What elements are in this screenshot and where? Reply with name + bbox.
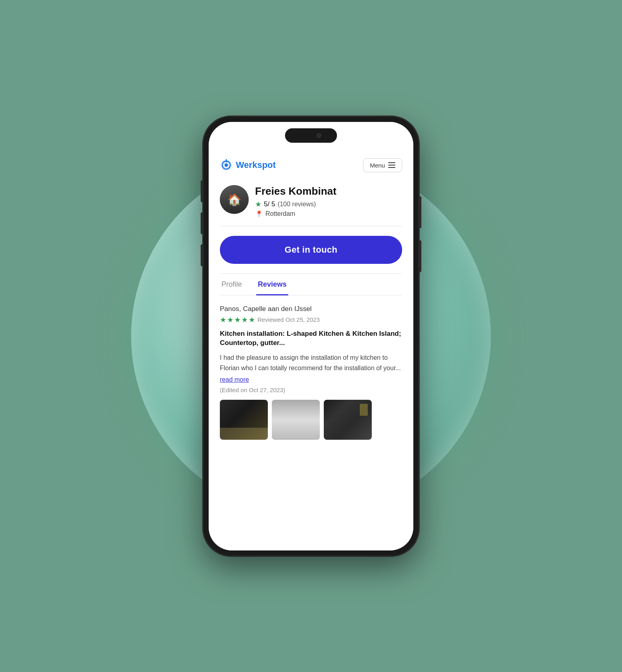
dynamic-island <box>285 128 337 143</box>
tab-profile[interactable]: Profile <box>220 274 243 295</box>
review-date: Reviewed Oct 25, 2023 <box>257 316 320 323</box>
photo-thumb-1[interactable] <box>220 400 268 440</box>
photo-thumb-3[interactable] <box>324 400 372 440</box>
get-in-touch-button[interactable]: Get in touch <box>220 236 402 264</box>
reviews-content: Panos, Capelle aan den IJssel ★ ★ ★ ★ ★ … <box>209 295 413 450</box>
star-4: ★ <box>241 315 248 324</box>
phone-screen: Werkspot Menu <box>209 122 413 550</box>
star-5: ★ <box>249 315 255 324</box>
phone-mockup: Werkspot Menu <box>203 116 419 556</box>
location-text: Rotterdam <box>265 210 295 217</box>
review-title: Kitchen installation: L-shaped Kitchen &… <box>220 329 402 348</box>
tabs-section: Profile Reviews <box>209 274 413 295</box>
hamburger-icon <box>388 162 395 168</box>
tabs-row: Profile Reviews <box>220 274 402 295</box>
avatar <box>220 185 249 214</box>
profile-info: Freies Kombinat ★ 5/ 5 (100 reviews) 📍 <box>255 185 402 218</box>
star-2: ★ <box>227 315 233 324</box>
review-stars-row: ★ ★ ★ ★ ★ Reviewed Oct 25, 2023 <box>220 315 402 324</box>
menu-button[interactable]: Menu <box>363 158 402 172</box>
rating-row: ★ 5/ 5 (100 reviews) <box>255 200 402 209</box>
logo-text: Werkspot <box>236 160 276 170</box>
location-pin-icon: 📍 <box>255 210 263 218</box>
reviewer-name: Panos, Capelle aan den IJssel <box>220 305 402 313</box>
nav-bar: Werkspot Menu <box>209 152 413 177</box>
photo-thumb-2[interactable] <box>272 400 320 440</box>
phone-frame: Werkspot Menu <box>203 116 419 556</box>
star-icon: ★ <box>255 200 261 209</box>
photo-row <box>220 400 402 440</box>
reviews-count: (100 reviews) <box>277 201 316 208</box>
star-1: ★ <box>220 315 226 324</box>
profile-section: Freies Kombinat ★ 5/ 5 (100 reviews) 📍 <box>209 177 413 226</box>
business-name: Freies Kombinat <box>255 185 402 197</box>
location-row: 📍 Rotterdam <box>255 210 402 218</box>
camera-dot <box>317 133 321 138</box>
review-text: I had the pleasure to assign the install… <box>220 353 402 373</box>
tab-reviews[interactable]: Reviews <box>256 274 288 295</box>
read-more-link[interactable]: read more <box>220 376 249 383</box>
profile-header: Freies Kombinat ★ 5/ 5 (100 reviews) 📍 <box>220 185 402 218</box>
werkspot-logo-icon <box>220 159 233 171</box>
screen-content: Werkspot Menu <box>209 122 413 550</box>
menu-label: Menu <box>370 162 385 169</box>
edited-note: (Edited on Oct 27, 2023) <box>220 387 402 393</box>
logo-area: Werkspot <box>220 159 276 171</box>
svg-point-2 <box>225 164 228 167</box>
cta-section: Get in touch <box>209 226 413 273</box>
star-3: ★ <box>234 315 241 324</box>
avatar-image <box>220 185 249 214</box>
review-stars: ★ ★ ★ ★ ★ <box>220 315 255 324</box>
rating-value: 5/ 5 <box>264 200 275 208</box>
